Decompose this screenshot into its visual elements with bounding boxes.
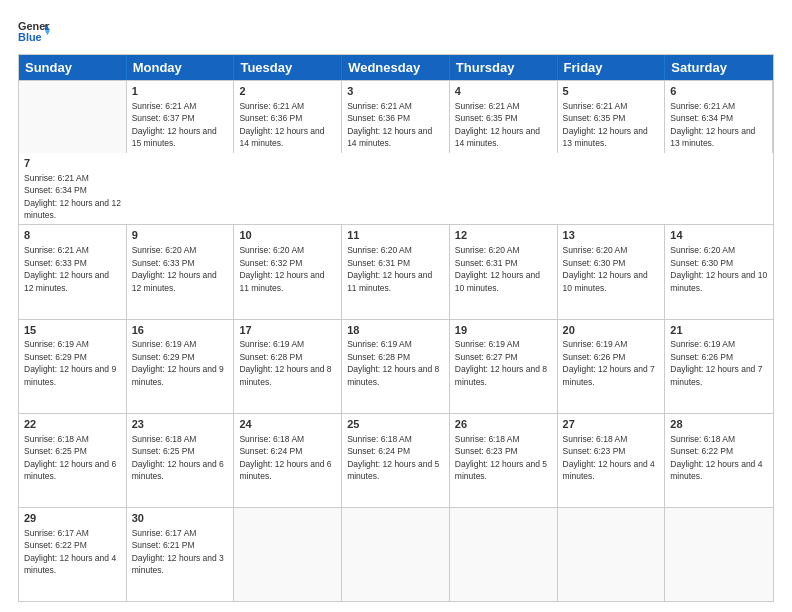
day-info: Sunrise: 6:19 AM Sunset: 6:29 PM Dayligh… [132,339,224,386]
calendar-page: General Blue SundayMondayTuesdayWednesda… [0,0,792,612]
day-info: Sunrise: 6:20 AM Sunset: 6:30 PM Dayligh… [563,245,648,292]
day-cell-10: 10Sunrise: 6:20 AM Sunset: 6:32 PM Dayli… [234,225,342,318]
day-info: Sunrise: 6:21 AM Sunset: 6:36 PM Dayligh… [239,101,324,148]
day-info: Sunrise: 6:17 AM Sunset: 6:21 PM Dayligh… [132,528,224,575]
day-number: 17 [239,323,336,338]
day-number: 30 [132,511,229,526]
day-number: 23 [132,417,229,432]
day-info: Sunrise: 6:21 AM Sunset: 6:35 PM Dayligh… [455,101,540,148]
day-cell-26: 26Sunrise: 6:18 AM Sunset: 6:23 PM Dayli… [450,414,558,507]
day-info: Sunrise: 6:20 AM Sunset: 6:30 PM Dayligh… [670,245,767,292]
day-number: 3 [347,84,444,99]
day-cell-20: 20Sunrise: 6:19 AM Sunset: 6:26 PM Dayli… [558,320,666,413]
day-info: Sunrise: 6:19 AM Sunset: 6:26 PM Dayligh… [563,339,655,386]
header-day-wednesday: Wednesday [342,55,450,80]
day-cell-7: 7Sunrise: 6:21 AM Sunset: 6:34 PM Daylig… [19,153,127,225]
day-cell-8: 8Sunrise: 6:21 AM Sunset: 6:33 PM Daylig… [19,225,127,318]
empty-cell-4-3 [342,508,450,601]
day-info: Sunrise: 6:18 AM Sunset: 6:25 PM Dayligh… [132,434,224,481]
day-info: Sunrise: 6:19 AM Sunset: 6:27 PM Dayligh… [455,339,547,386]
day-number: 14 [670,228,768,243]
day-info: Sunrise: 6:21 AM Sunset: 6:35 PM Dayligh… [563,101,648,148]
day-cell-9: 9Sunrise: 6:20 AM Sunset: 6:33 PM Daylig… [127,225,235,318]
day-info: Sunrise: 6:18 AM Sunset: 6:23 PM Dayligh… [563,434,655,481]
calendar-row-2: 15Sunrise: 6:19 AM Sunset: 6:29 PM Dayli… [19,319,773,413]
day-number: 29 [24,511,121,526]
header-day-thursday: Thursday [450,55,558,80]
day-number: 27 [563,417,660,432]
day-info: Sunrise: 6:19 AM Sunset: 6:28 PM Dayligh… [347,339,439,386]
day-cell-1: 1Sunrise: 6:21 AM Sunset: 6:37 PM Daylig… [127,81,235,153]
empty-cell-0-0 [19,81,127,153]
day-info: Sunrise: 6:17 AM Sunset: 6:22 PM Dayligh… [24,528,116,575]
calendar-row-0: 1Sunrise: 6:21 AM Sunset: 6:37 PM Daylig… [19,80,773,224]
day-info: Sunrise: 6:19 AM Sunset: 6:29 PM Dayligh… [24,339,116,386]
day-cell-21: 21Sunrise: 6:19 AM Sunset: 6:26 PM Dayli… [665,320,773,413]
day-number: 16 [132,323,229,338]
day-cell-16: 16Sunrise: 6:19 AM Sunset: 6:29 PM Dayli… [127,320,235,413]
day-number: 26 [455,417,552,432]
day-number: 25 [347,417,444,432]
header-day-saturday: Saturday [665,55,773,80]
day-cell-27: 27Sunrise: 6:18 AM Sunset: 6:23 PM Dayli… [558,414,666,507]
day-info: Sunrise: 6:19 AM Sunset: 6:28 PM Dayligh… [239,339,331,386]
day-cell-4: 4Sunrise: 6:21 AM Sunset: 6:35 PM Daylig… [450,81,558,153]
day-number: 20 [563,323,660,338]
day-cell-3: 3Sunrise: 6:21 AM Sunset: 6:36 PM Daylig… [342,81,450,153]
header-day-monday: Monday [127,55,235,80]
day-cell-25: 25Sunrise: 6:18 AM Sunset: 6:24 PM Dayli… [342,414,450,507]
empty-cell-4-5 [558,508,666,601]
day-number: 24 [239,417,336,432]
day-number: 12 [455,228,552,243]
calendar-row-1: 8Sunrise: 6:21 AM Sunset: 6:33 PM Daylig… [19,224,773,318]
day-info: Sunrise: 6:21 AM Sunset: 6:34 PM Dayligh… [24,173,121,220]
header-day-tuesday: Tuesday [234,55,342,80]
day-number: 18 [347,323,444,338]
calendar-row-3: 22Sunrise: 6:18 AM Sunset: 6:25 PM Dayli… [19,413,773,507]
calendar-grid: SundayMondayTuesdayWednesdayThursdayFrid… [18,54,774,602]
day-info: Sunrise: 6:18 AM Sunset: 6:23 PM Dayligh… [455,434,547,481]
svg-text:Blue: Blue [18,31,42,43]
day-number: 8 [24,228,121,243]
header-day-friday: Friday [558,55,666,80]
day-cell-15: 15Sunrise: 6:19 AM Sunset: 6:29 PM Dayli… [19,320,127,413]
page-header: General Blue [18,18,774,46]
day-number: 28 [670,417,768,432]
day-cell-23: 23Sunrise: 6:18 AM Sunset: 6:25 PM Dayli… [127,414,235,507]
empty-cell-4-2 [234,508,342,601]
day-info: Sunrise: 6:18 AM Sunset: 6:25 PM Dayligh… [24,434,116,481]
day-info: Sunrise: 6:21 AM Sunset: 6:37 PM Dayligh… [132,101,217,148]
day-number: 13 [563,228,660,243]
day-number: 4 [455,84,552,99]
day-number: 5 [563,84,660,99]
day-cell-11: 11Sunrise: 6:20 AM Sunset: 6:31 PM Dayli… [342,225,450,318]
day-info: Sunrise: 6:18 AM Sunset: 6:24 PM Dayligh… [347,434,439,481]
day-number: 6 [670,84,767,99]
day-cell-22: 22Sunrise: 6:18 AM Sunset: 6:25 PM Dayli… [19,414,127,507]
day-info: Sunrise: 6:20 AM Sunset: 6:33 PM Dayligh… [132,245,217,292]
day-cell-13: 13Sunrise: 6:20 AM Sunset: 6:30 PM Dayli… [558,225,666,318]
day-cell-14: 14Sunrise: 6:20 AM Sunset: 6:30 PM Dayli… [665,225,773,318]
day-cell-17: 17Sunrise: 6:19 AM Sunset: 6:28 PM Dayli… [234,320,342,413]
header-day-sunday: Sunday [19,55,127,80]
day-info: Sunrise: 6:20 AM Sunset: 6:32 PM Dayligh… [239,245,324,292]
svg-marker-3 [45,30,50,35]
day-number: 15 [24,323,121,338]
calendar-row-4: 29Sunrise: 6:17 AM Sunset: 6:22 PM Dayli… [19,507,773,601]
day-number: 10 [239,228,336,243]
logo-icon: General Blue [18,18,50,46]
day-number: 2 [239,84,336,99]
empty-cell-4-4 [450,508,558,601]
day-cell-30: 30Sunrise: 6:17 AM Sunset: 6:21 PM Dayli… [127,508,235,601]
day-number: 19 [455,323,552,338]
day-cell-19: 19Sunrise: 6:19 AM Sunset: 6:27 PM Dayli… [450,320,558,413]
day-cell-12: 12Sunrise: 6:20 AM Sunset: 6:31 PM Dayli… [450,225,558,318]
logo: General Blue [18,18,50,46]
day-number: 22 [24,417,121,432]
day-info: Sunrise: 6:20 AM Sunset: 6:31 PM Dayligh… [455,245,540,292]
day-info: Sunrise: 6:18 AM Sunset: 6:22 PM Dayligh… [670,434,762,481]
day-info: Sunrise: 6:19 AM Sunset: 6:26 PM Dayligh… [670,339,762,386]
day-cell-29: 29Sunrise: 6:17 AM Sunset: 6:22 PM Dayli… [19,508,127,601]
day-info: Sunrise: 6:21 AM Sunset: 6:36 PM Dayligh… [347,101,432,148]
day-number: 1 [132,84,229,99]
